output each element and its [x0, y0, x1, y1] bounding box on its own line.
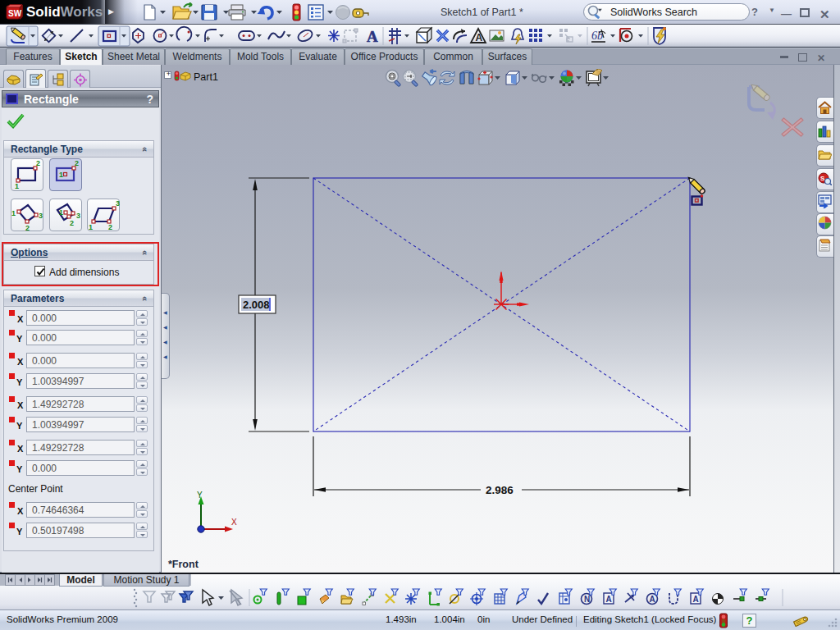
svg-text:1: 1	[59, 171, 63, 179]
svg-text:2: 2	[75, 159, 79, 167]
svg-text:A: A	[650, 595, 655, 604]
svg-text:2.986: 2.986	[486, 484, 514, 496]
svg-text:3: 3	[116, 199, 120, 208]
svg-text:A: A	[693, 595, 699, 604]
svg-text:A: A	[476, 32, 483, 43]
svg-text:X: X	[231, 518, 237, 527]
svg-text:1: 1	[89, 223, 93, 231]
svg-text:SW: SW	[8, 9, 22, 18]
svg-text:1: 1	[59, 208, 63, 217]
svg-text:N: N	[584, 595, 590, 604]
svg-text:3: 3	[39, 212, 43, 220]
svg-text:2: 2	[108, 223, 112, 231]
svg-text:A: A	[606, 595, 612, 604]
svg-text:A: A	[367, 28, 378, 45]
svg-text:2: 2	[70, 219, 74, 227]
svg-text:3: 3	[76, 212, 80, 220]
svg-text:1: 1	[15, 182, 19, 190]
svg-text:2.008: 2.008	[243, 299, 270, 311]
svg-text:1: 1	[11, 209, 16, 217]
svg-text:Y: Y	[197, 491, 203, 500]
svg-text:2: 2	[36, 159, 40, 167]
svg-text:2: 2	[25, 224, 30, 231]
svg-text:?: ?	[746, 614, 753, 627]
